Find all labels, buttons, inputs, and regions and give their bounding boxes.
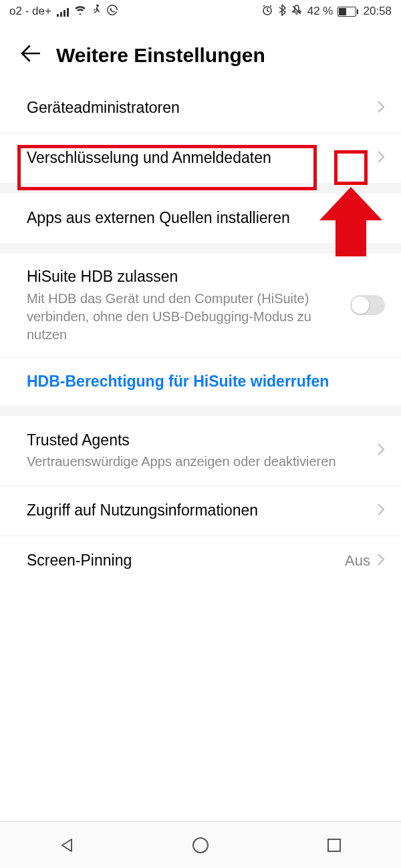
battery-icon	[338, 7, 358, 17]
row-screen-pinning[interactable]: Screen-Pinning Aus	[0, 536, 401, 586]
hdb-revoke-link: HDB-Berechtigung für HiSuite widerrufen	[27, 373, 329, 390]
whatsapp-icon	[106, 4, 118, 19]
hisuite-hdb-toggle[interactable]	[350, 295, 385, 315]
chevron-right-icon	[377, 552, 385, 570]
row-trusted-agents[interactable]: Trusted Agents Vertrauenswürdige Apps an…	[0, 416, 401, 487]
chevron-right-icon	[377, 149, 385, 168]
screen-pinning-label: Screen-Pinning	[27, 551, 345, 571]
signal-icon	[57, 7, 69, 17]
annotation-arrow-icon	[319, 187, 382, 259]
nav-home-button[interactable]	[167, 829, 234, 862]
usage-access-label: Zugriff auf Nutzungsinformationen	[27, 501, 377, 521]
carrier-text: o2 - de+	[9, 5, 51, 18]
battery-percent: 42 %	[307, 5, 333, 18]
svg-line-2	[293, 6, 301, 14]
chevron-right-icon	[377, 441, 385, 460]
screen-pinning-value: Aus	[345, 552, 370, 570]
encryption-label: Verschlüsselung und Anmeldedaten	[27, 148, 377, 168]
chevron-right-icon	[377, 99, 385, 118]
hisuite-hdb-sublabel: Mit HDB das Gerät und den Computer (HiSu…	[27, 290, 350, 344]
svg-point-3	[193, 838, 208, 853]
svg-rect-4	[328, 839, 340, 851]
section-advanced: Trusted Agents Vertrauenswürdige Apps an…	[0, 416, 401, 586]
row-device-admins[interactable]: Geräteadministratoren	[0, 83, 401, 134]
wifi-icon	[74, 5, 86, 18]
time-text: 20:58	[363, 5, 392, 18]
trusted-agents-sublabel: Vertrauenswürdige Apps anzeigen oder dea…	[27, 453, 377, 471]
row-encryption-credentials[interactable]: Verschlüsselung und Anmeldedaten	[0, 134, 401, 183]
page-title: Weitere Einstellungen	[56, 44, 265, 67]
activity-icon	[92, 4, 101, 19]
section-hisuite: HiSuite HDB zulassen Mit HDB das Gerät u…	[0, 254, 401, 405]
header: Weitere Einstellungen	[0, 23, 401, 83]
back-button[interactable]	[20, 43, 40, 67]
bluetooth-icon	[278, 4, 286, 19]
status-left: o2 - de+	[9, 4, 118, 19]
device-admins-label: Geräteadministratoren	[27, 98, 377, 118]
chevron-right-icon	[377, 501, 385, 520]
row-usage-access[interactable]: Zugriff auf Nutzungsinformationen	[0, 486, 401, 536]
row-hisuite-hdb[interactable]: HiSuite HDB zulassen Mit HDB das Gerät u…	[0, 254, 401, 358]
section-security: Geräteadministratoren Verschlüsselung un…	[0, 83, 401, 183]
section-gap	[0, 405, 401, 416]
alarm-icon	[261, 4, 273, 19]
nav-bar	[0, 821, 401, 868]
status-right: 42 % 20:58	[261, 4, 392, 19]
svg-point-0	[96, 4, 99, 7]
row-hdb-revoke[interactable]: HDB-Berechtigung für HiSuite widerrufen	[0, 358, 401, 405]
nav-recent-button[interactable]	[301, 829, 368, 862]
trusted-agents-label: Trusted Agents	[27, 431, 377, 451]
nav-back-button[interactable]	[33, 829, 100, 862]
mute-icon	[291, 4, 303, 19]
status-bar: o2 - de+ 42 % 20:58	[0, 0, 401, 23]
hisuite-hdb-label: HiSuite HDB zulassen	[27, 267, 350, 287]
